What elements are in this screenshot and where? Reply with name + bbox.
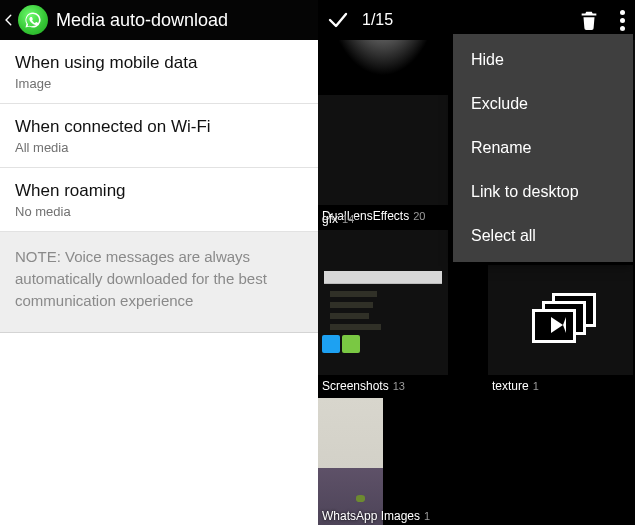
twitter-badge-icon [322,335,340,353]
album-screenshots[interactable]: Screenshots13 [318,265,448,395]
album-count: 1 [424,510,430,522]
setting-subtitle: No media [15,204,303,219]
share-badge-icon [342,335,360,353]
menu-link-desktop[interactable]: Link to desktop [453,170,633,214]
album-count: 20 [413,210,425,222]
album-whatsapp-images[interactable]: WhatsApp Images1 [318,398,448,525]
whatsapp-logo-icon[interactable] [18,5,48,35]
menu-hide[interactable]: Hide [453,38,633,82]
album-name: WhatsApp Images [322,509,420,523]
setting-title: When connected on Wi-Fi [15,116,303,138]
menu-exclude[interactable]: Exclude [453,82,633,126]
gallery-pane: 1/15 RADIO ROMANCE [318,0,635,525]
settings-note: NOTE: Voice messages are always automati… [0,232,318,333]
album-count: 14 [342,213,354,225]
setting-subtitle: All media [15,140,303,155]
whatsapp-header: Media auto-download [0,0,318,40]
album-duallens[interactable]: DualLensEffects20 [318,95,448,225]
menu-select-all[interactable]: Select all [453,214,633,258]
album-name: gfx [322,212,338,226]
empty-area [0,333,318,525]
settings-list: When using mobile data Image When connec… [0,40,318,333]
context-menu: Hide Exclude Rename Link to desktop Sele… [453,34,633,262]
album-count: 1 [533,380,539,392]
page-title: Media auto-download [56,10,228,31]
done-icon[interactable] [318,0,358,40]
selection-counter: 1/15 [362,11,393,29]
setting-roaming[interactable]: When roaming No media [0,168,318,232]
setting-wifi[interactable]: When connected on Wi-Fi All media [0,104,318,168]
whatsapp-settings-pane: Media auto-download When using mobile da… [0,0,318,525]
back-icon[interactable] [0,0,18,40]
setting-mobile-data[interactable]: When using mobile data Image [0,40,318,104]
album-texture[interactable]: texture1 [488,265,633,395]
menu-rename[interactable]: Rename [453,126,633,170]
setting-title: When using mobile data [15,52,303,74]
video-stack-icon [526,293,596,348]
setting-title: When roaming [15,180,303,202]
setting-subtitle: Image [15,76,303,91]
album-name: Screenshots [322,379,389,393]
album-name: texture [492,379,529,393]
album-count: 13 [393,380,405,392]
